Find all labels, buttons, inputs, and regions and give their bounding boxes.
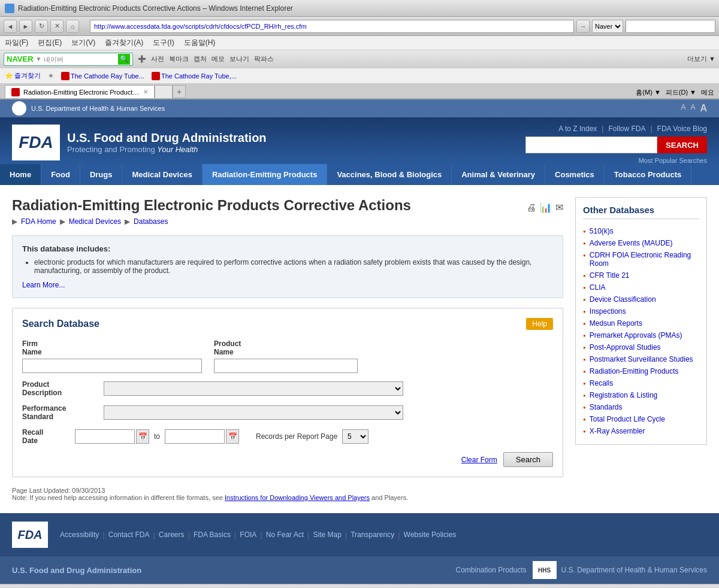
nav-home[interactable]: Home bbox=[0, 164, 41, 185]
menu-edit[interactable]: 편집(E) bbox=[38, 38, 62, 48]
zoom-message[interactable]: 메요 bbox=[701, 88, 714, 97]
browser-search-input[interactable] bbox=[626, 20, 715, 33]
fda-voice-link[interactable]: FDA Voice Blog bbox=[657, 125, 707, 133]
footer-transparency[interactable]: Transparency bbox=[351, 531, 394, 539]
font-medium-btn[interactable]: A bbox=[690, 103, 695, 114]
cdrh-foia-link[interactable]: CDRH FOIA Electronic Reading Room bbox=[590, 251, 699, 268]
product-desc-select[interactable] bbox=[104, 381, 403, 396]
footer-fda-basics[interactable]: FDA Basics bbox=[194, 531, 231, 539]
fav-item-2[interactable]: The Cathode Ray Tube,... bbox=[152, 72, 237, 80]
back-button[interactable]: ◄ bbox=[4, 20, 17, 33]
post-approval-link[interactable]: Post-Approval Studies bbox=[590, 343, 661, 351]
tab-new-page[interactable] bbox=[155, 85, 173, 98]
medsun-link[interactable]: Medsun Reports bbox=[590, 319, 642, 328]
menu-view[interactable]: 보기(V) bbox=[71, 38, 95, 48]
print-button[interactable]: 🖨 bbox=[527, 202, 536, 213]
performance-std-select[interactable] bbox=[104, 405, 403, 420]
email-button[interactable]: ✉ bbox=[555, 202, 563, 213]
pma-link[interactable]: Premarket Approvals (PMAs) bbox=[590, 331, 682, 340]
standards-link[interactable]: Standards bbox=[590, 403, 623, 411]
font-small-btn[interactable]: A bbox=[681, 103, 685, 114]
footer-website-policies[interactable]: Website Policies bbox=[404, 531, 457, 539]
fda-search-submit[interactable]: SEARCH bbox=[657, 137, 707, 153]
postmarket-link[interactable]: Postmarket Surveillance Studies bbox=[590, 355, 693, 363]
fda-website: U.S. Department of Health & Human Servic… bbox=[0, 99, 719, 584]
new-tab-button[interactable]: + bbox=[173, 85, 186, 98]
menu-file[interactable]: 파일(F) bbox=[5, 38, 28, 48]
nav-food[interactable]: Food bbox=[41, 164, 80, 185]
help-button[interactable]: Help bbox=[526, 318, 553, 330]
nav-cosmetics[interactable]: Cosmetics bbox=[545, 164, 605, 185]
tab-close-active[interactable]: ✕ bbox=[143, 89, 148, 95]
forward-button[interactable]: ► bbox=[19, 20, 32, 33]
breadcrumb-fda-home[interactable]: FDA Home bbox=[21, 217, 56, 226]
device-class-link[interactable]: Device Classification bbox=[590, 295, 656, 304]
menu-help[interactable]: 도움말(H) bbox=[184, 38, 216, 48]
toolbar-memo[interactable]: 메모 bbox=[212, 54, 225, 63]
search-engine-select[interactable]: Naver bbox=[592, 20, 623, 33]
nav-animal[interactable]: Animal & Veterinary bbox=[452, 164, 545, 185]
toolbar-send[interactable]: 보나기 bbox=[229, 54, 249, 63]
radiation-link[interactable]: Radiation-Emitting Products bbox=[590, 367, 679, 375]
toolbar-faxpass[interactable]: 팍파스 bbox=[254, 54, 274, 63]
nav-vaccines[interactable]: Vaccines, Blood & Biologics bbox=[327, 164, 452, 185]
naver-search-button[interactable]: 🔍 bbox=[118, 54, 130, 65]
tab-active[interactable]: Radiation-Emitting Electronic Products C… bbox=[5, 85, 155, 98]
clia-link[interactable]: CLIA bbox=[590, 283, 606, 292]
510k-link[interactable]: 510(k)s bbox=[590, 227, 614, 235]
excel-button[interactable]: 📊 bbox=[540, 202, 552, 213]
tplc-link[interactable]: Total Product Life Cycle bbox=[590, 415, 665, 423]
nav-medical-devices[interactable]: Medical Devices bbox=[122, 164, 202, 185]
home-button[interactable]: ⌂ bbox=[66, 20, 79, 33]
recalls-link[interactable]: Recalls bbox=[590, 379, 613, 387]
registration-link[interactable]: Registration & Listing bbox=[590, 391, 657, 399]
nav-radiation[interactable]: Radiation-Emitting Products bbox=[203, 164, 328, 185]
nav-drugs[interactable]: Drugs bbox=[80, 164, 123, 185]
footer-foia[interactable]: FOIA bbox=[240, 531, 256, 539]
toolbar-capture[interactable]: 캡처 bbox=[194, 54, 207, 63]
menu-favorites[interactable]: 즐겨찾기(A) bbox=[105, 38, 143, 48]
toolbar-dictionary[interactable]: 사전 bbox=[151, 54, 164, 63]
footer-careers[interactable]: Careers bbox=[159, 531, 185, 539]
combo-products-link[interactable]: Combination Products bbox=[456, 566, 527, 574]
breadcrumb-databases[interactable]: Databases bbox=[134, 217, 168, 226]
fda-search-input[interactable] bbox=[525, 137, 657, 153]
footer-no-fear[interactable]: No Fear Act bbox=[266, 531, 304, 539]
go-button[interactable]: → bbox=[576, 20, 590, 33]
menu-tools[interactable]: 도구(I) bbox=[153, 38, 174, 48]
firm-name-input[interactable] bbox=[22, 359, 202, 373]
recall-date-to-calendar[interactable]: 📅 bbox=[226, 429, 239, 444]
cfr21-link[interactable]: CFR Title 21 bbox=[590, 271, 630, 280]
nav-tobacco[interactable]: Tobacco Products bbox=[605, 164, 691, 185]
maude-link[interactable]: Adverse Events (MAUDE) bbox=[590, 239, 673, 247]
recall-date-to-input[interactable] bbox=[165, 429, 225, 444]
az-index-link[interactable]: A to Z Index bbox=[558, 125, 597, 133]
zoom-feed[interactable]: 피드(D) ▼ bbox=[666, 88, 696, 97]
learn-more-link[interactable]: Learn More... bbox=[22, 281, 65, 289]
favorites-button[interactable]: ⭐ 즐겨찾기 bbox=[5, 71, 41, 80]
address-bar[interactable] bbox=[90, 20, 574, 33]
zoom-home[interactable]: 홈(M) ▼ bbox=[636, 88, 660, 97]
breadcrumb-medical-devices[interactable]: Medical Devices bbox=[69, 217, 121, 226]
follow-fda-link[interactable]: Follow FDA bbox=[608, 125, 645, 133]
downloading-viewers-link[interactable]: Instructions for Downloading Viewers and… bbox=[225, 494, 370, 501]
toolbar-bookmark[interactable]: 북마크 bbox=[169, 54, 189, 63]
search-submit-button[interactable]: Search bbox=[503, 452, 553, 467]
product-name-input[interactable] bbox=[214, 359, 358, 373]
xray-link[interactable]: X-Ray Assembler bbox=[590, 427, 645, 435]
fav-item-1[interactable]: The Cathode Ray Tube... bbox=[61, 72, 144, 80]
footer-accessibility[interactable]: Accessibility bbox=[60, 531, 99, 539]
recall-date-from-calendar[interactable]: 📅 bbox=[136, 429, 149, 444]
recall-date-from-input[interactable] bbox=[75, 429, 135, 444]
clear-form-button[interactable]: Clear Form bbox=[461, 456, 497, 464]
inspections-link[interactable]: Inspections bbox=[590, 307, 626, 316]
stop-button[interactable]: ✕ bbox=[50, 20, 64, 33]
toolbar-more[interactable]: 더보기 ▼ bbox=[687, 54, 715, 63]
footer-contact[interactable]: Contact FDA bbox=[108, 531, 150, 539]
records-per-page-select[interactable]: 5 10 25 50 bbox=[342, 429, 368, 444]
toolbar-add-btn[interactable]: ➕ bbox=[138, 55, 146, 63]
font-large-btn[interactable]: A bbox=[700, 103, 707, 114]
footer-site-map[interactable]: Site Map bbox=[313, 531, 341, 539]
naver-search-input[interactable] bbox=[44, 56, 116, 63]
refresh-button[interactable]: ↻ bbox=[35, 20, 48, 33]
